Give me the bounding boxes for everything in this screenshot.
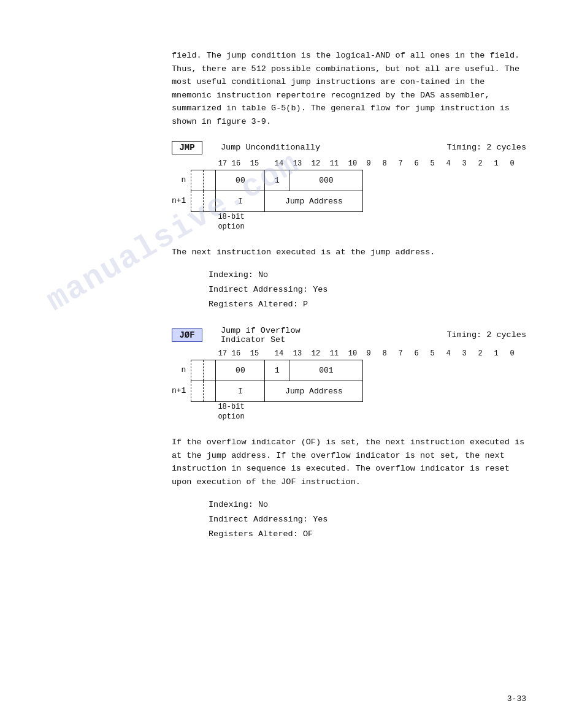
jof-option-label: 18-bitoption: [218, 402, 363, 423]
jmp-bit-numbers: 17 16 15 14 13 12 11 10 9: [199, 159, 526, 168]
jof-table: 00 1 001 I Jump Address: [191, 360, 363, 402]
jmp-header: JMP Jump Unconditionally Timing: 2 cycle…: [172, 141, 526, 154]
jmp-row-n-label: n: [172, 170, 188, 191]
jof-row-n: 00 1 001: [191, 360, 363, 381]
jmp-row-n1-label: n+1: [172, 191, 188, 211]
jof-n-col1: [191, 360, 204, 381]
jof-indirect: Indirect Addressing: Yes: [209, 512, 526, 527]
jof-timing: Timing: 2 cycles: [446, 330, 526, 339]
jof-row-labels: n n+1: [172, 360, 188, 401]
jmp-note: The next instruction executed is at the …: [172, 246, 526, 259]
jmp-properties: Indexing: No Indirect Addressing: Yes Re…: [209, 268, 526, 313]
jof-note: If the overflow indicator (OF) is set, t…: [172, 436, 526, 488]
jmp-row-n1: I Jump Address: [191, 191, 363, 211]
jmp-instruction-block: JMP Jump Unconditionally Timing: 2 cycle…: [172, 141, 526, 313]
jmp-table-wrapper: n n+1 00 1 000: [172, 170, 526, 243]
jmp-description: Jump Unconditionally: [221, 143, 428, 152]
jmp-n1-I: I: [216, 191, 265, 211]
jof-description: Jump if OverflowIndicator Set: [221, 326, 428, 344]
jmp-timing: Timing: 2 cycles: [446, 143, 526, 152]
jmp-n-col1: [191, 170, 204, 191]
jmp-n-1: 1: [265, 170, 289, 191]
jmp-n1-col1: [191, 191, 204, 211]
jof-registers: Registers Altered: OF: [209, 527, 526, 542]
jof-row-n1-label: n+1: [172, 381, 188, 401]
jof-n-00: 00: [216, 360, 265, 381]
jmp-table: 00 1 000 I Jump Address: [191, 170, 363, 212]
jof-indexing: Indexing: No: [209, 498, 526, 512]
jof-row-n1: I Jump Address: [191, 381, 363, 401]
jmp-registers: Registers Altered: P: [209, 297, 526, 312]
jof-n1-col2: [204, 381, 216, 401]
jof-header: JØF Jump if OverflowIndicator Set Timing…: [172, 326, 526, 344]
jof-n1-col1: [191, 381, 204, 401]
jmp-n1-col2: [204, 191, 216, 211]
jmp-indirect: Indirect Addressing: Yes: [209, 282, 526, 297]
jof-n-col2: [204, 360, 216, 381]
jmp-n-000: 000: [289, 170, 363, 191]
jmp-n1-addr: Jump Address: [265, 191, 363, 211]
jmp-n-00: 00: [216, 170, 265, 191]
jof-n1-I: I: [216, 381, 265, 401]
jmp-option-label: 18-bitoption: [218, 212, 363, 233]
jof-instruction-block: JØF Jump if OverflowIndicator Set Timing…: [172, 326, 526, 542]
jof-n-001: 001: [289, 360, 363, 381]
jmp-row-n: 00 1 000: [191, 170, 363, 191]
jof-n-1: 1: [265, 360, 289, 381]
jof-bit-numbers: 17 16 15 14 13 12 11 10 9: [199, 349, 526, 358]
jof-mnemonic: JØF: [172, 328, 202, 342]
intro-paragraph: field. The jump condition is the logical…: [172, 49, 526, 129]
jmp-row-labels: n n+1: [172, 170, 188, 211]
jof-n1-addr: Jump Address: [265, 381, 363, 401]
page-number: 3-33: [507, 694, 526, 703]
jmp-mnemonic: JMP: [172, 141, 202, 154]
jof-row-n-label: n: [172, 360, 188, 381]
jof-table-wrapper: n n+1 00 1 001: [172, 360, 526, 433]
jmp-indexing: Indexing: No: [209, 268, 526, 282]
jmp-n-col2: [204, 170, 216, 191]
jof-properties: Indexing: No Indirect Addressing: Yes Re…: [209, 498, 526, 542]
